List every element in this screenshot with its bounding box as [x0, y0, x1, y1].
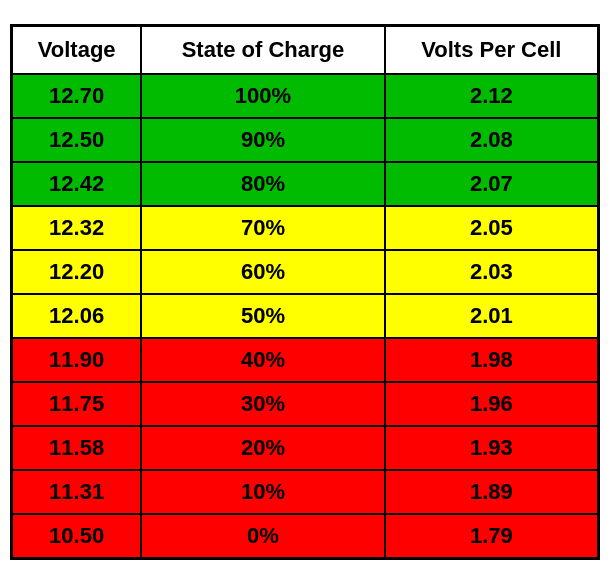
cell-state-of-charge: 10% [141, 470, 384, 514]
cell-voltage: 11.58 [12, 426, 142, 470]
cell-volts-per-cell: 1.89 [385, 470, 599, 514]
cell-volts-per-cell: 2.03 [385, 250, 599, 294]
cell-state-of-charge: 40% [141, 338, 384, 382]
cell-voltage: 12.42 [12, 162, 142, 206]
cell-state-of-charge: 20% [141, 426, 384, 470]
cell-volts-per-cell: 2.01 [385, 294, 599, 338]
table-row: 11.5820%1.93 [12, 426, 599, 470]
cell-state-of-charge: 70% [141, 206, 384, 250]
cell-state-of-charge: 80% [141, 162, 384, 206]
cell-state-of-charge: 30% [141, 382, 384, 426]
header-row: Voltage State of Charge Volts Per Cell [12, 26, 599, 75]
table-row: 12.5090%2.08 [12, 118, 599, 162]
table-row: 12.4280%2.07 [12, 162, 599, 206]
cell-voltage: 12.06 [12, 294, 142, 338]
table-row: 11.9040%1.98 [12, 338, 599, 382]
header-state-of-charge: State of Charge [141, 26, 384, 75]
cell-voltage: 12.50 [12, 118, 142, 162]
table-row: 12.0650%2.01 [12, 294, 599, 338]
cell-voltage: 11.31 [12, 470, 142, 514]
table-row: 12.70100%2.12 [12, 74, 599, 118]
cell-voltage: 10.50 [12, 514, 142, 559]
cell-voltage: 11.90 [12, 338, 142, 382]
cell-state-of-charge: 100% [141, 74, 384, 118]
cell-volts-per-cell: 2.12 [385, 74, 599, 118]
cell-voltage: 12.70 [12, 74, 142, 118]
cell-state-of-charge: 60% [141, 250, 384, 294]
table-row: 11.7530%1.96 [12, 382, 599, 426]
cell-volts-per-cell: 1.98 [385, 338, 599, 382]
cell-volts-per-cell: 2.08 [385, 118, 599, 162]
cell-state-of-charge: 90% [141, 118, 384, 162]
cell-volts-per-cell: 2.07 [385, 162, 599, 206]
cell-volts-per-cell: 1.79 [385, 514, 599, 559]
table-row: 12.2060%2.03 [12, 250, 599, 294]
cell-volts-per-cell: 2.05 [385, 206, 599, 250]
cell-volts-per-cell: 1.93 [385, 426, 599, 470]
table-row: 12.3270%2.05 [12, 206, 599, 250]
cell-voltage: 11.75 [12, 382, 142, 426]
table-row: 11.3110%1.89 [12, 470, 599, 514]
battery-table: Voltage State of Charge Volts Per Cell 1… [10, 24, 600, 560]
battery-table-container: Voltage State of Charge Volts Per Cell 1… [10, 24, 600, 560]
cell-voltage: 12.32 [12, 206, 142, 250]
header-voltage: Voltage [12, 26, 142, 75]
cell-state-of-charge: 50% [141, 294, 384, 338]
cell-volts-per-cell: 1.96 [385, 382, 599, 426]
table-row: 10.500%1.79 [12, 514, 599, 559]
cell-state-of-charge: 0% [141, 514, 384, 559]
cell-voltage: 12.20 [12, 250, 142, 294]
header-volts-per-cell: Volts Per Cell [385, 26, 599, 75]
